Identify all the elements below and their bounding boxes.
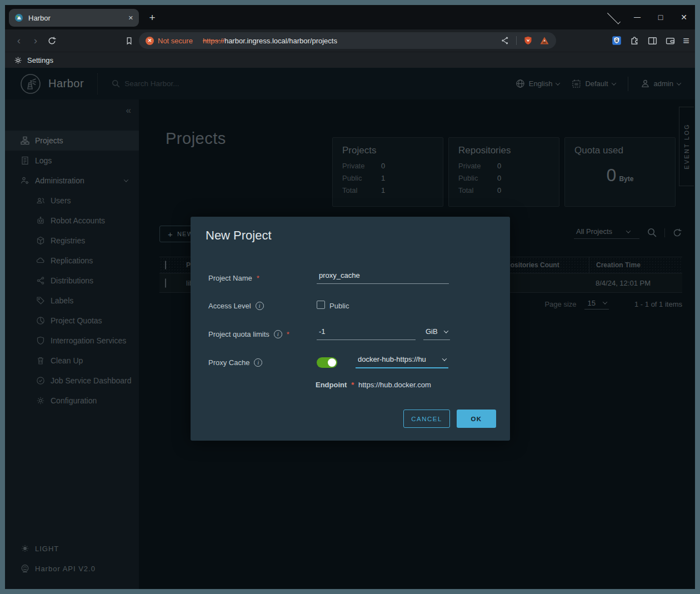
cancel-button[interactable]: CANCEL: [403, 410, 450, 428]
proxy-cache-label: Proxy Cachei: [208, 358, 262, 367]
tab-close-icon[interactable]: ✕: [128, 14, 133, 22]
public-checkbox[interactable]: [317, 301, 325, 309]
back-icon[interactable]: ‹: [11, 34, 27, 47]
quota-limits-label: Project quota limitsi*: [208, 330, 289, 338]
brave-rewards-icon[interactable]: [539, 36, 549, 45]
required-marker: *: [351, 381, 354, 389]
required-marker: *: [257, 274, 259, 282]
browser-window: Harbor ✕ + — □ ✕ ‹ › ✕ Not secure https:…: [0, 0, 700, 594]
info-icon[interactable]: i: [256, 302, 264, 310]
quota-unit-select[interactable]: GiB: [423, 327, 450, 340]
privacy-extension-icon[interactable]: [611, 35, 622, 46]
url-text: harbor.ingress.local/harbor/projects: [224, 37, 337, 45]
chevron-down-icon: [444, 328, 448, 333]
window-maximize-button[interactable]: □: [653, 13, 668, 22]
forward-icon[interactable]: ›: [27, 34, 44, 47]
chevron-down-icon: [442, 356, 447, 361]
endpoint-label: Endpoint*: [316, 381, 354, 389]
new-project-modal: New Project Project Name* Access Leveli …: [191, 217, 510, 441]
bookmarks-bar: Settings: [5, 52, 695, 68]
not-secure-icon: ✕: [146, 37, 154, 45]
browser-tab[interactable]: Harbor ✕: [9, 9, 139, 27]
reload-icon[interactable]: [47, 36, 64, 46]
proxy-registry-select[interactable]: docker-hub-https://hu: [356, 355, 448, 368]
wallet-icon[interactable]: [665, 36, 676, 46]
harbor-app: Harbor English Default: [5, 68, 695, 589]
required-marker: *: [287, 330, 289, 338]
project-name-label: Project Name*: [208, 274, 259, 282]
proxy-cache-toggle[interactable]: [317, 357, 337, 368]
address-bar[interactable]: ✕ Not secure https:// harbor.ingress.loc…: [139, 32, 556, 49]
tab-search-icon[interactable]: [606, 13, 622, 22]
brave-shield-icon[interactable]: [523, 36, 533, 46]
sidebar-panel-icon[interactable]: [647, 36, 658, 46]
share-icon[interactable]: [501, 36, 509, 45]
modal-title: New Project: [206, 228, 272, 243]
not-secure-label: Not secure: [158, 37, 193, 45]
browser-toolbar: ‹ › ✕ Not secure https:// harbor.ingress…: [5, 29, 695, 52]
menu-icon[interactable]: ≡: [683, 34, 689, 47]
ok-button[interactable]: OK: [457, 410, 496, 428]
new-tab-button[interactable]: +: [145, 11, 159, 25]
access-level-label: Access Leveli: [208, 302, 264, 310]
favicon-harbor-icon: [14, 13, 23, 22]
extensions-puzzle-icon[interactable]: [629, 36, 640, 46]
tab-bar: Harbor ✕ + — □ ✕: [5, 5, 695, 29]
endpoint-value: https://hub.docker.com: [358, 381, 431, 389]
quota-input[interactable]: [317, 327, 416, 340]
url-scheme: https://: [203, 37, 224, 45]
tab-title: Harbor: [28, 14, 51, 22]
gear-icon: [14, 56, 22, 64]
public-checkbox-label: Public: [329, 302, 349, 310]
bookmark-settings[interactable]: Settings: [27, 56, 53, 64]
window-close-button[interactable]: ✕: [676, 13, 692, 22]
project-name-input[interactable]: [317, 271, 449, 284]
info-icon[interactable]: i: [254, 358, 262, 367]
window-minimize-button[interactable]: —: [629, 13, 645, 21]
info-icon[interactable]: i: [274, 330, 282, 338]
divider: [516, 36, 517, 45]
